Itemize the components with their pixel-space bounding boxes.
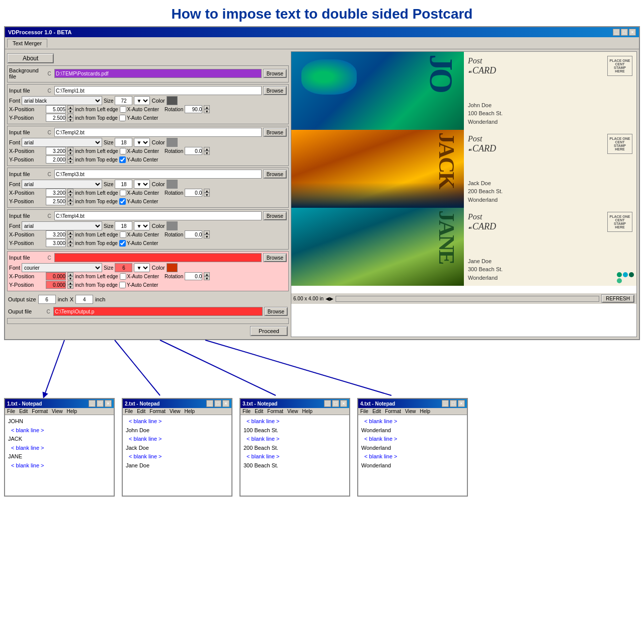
x-spin-up-3[interactable]: ▲ <box>67 189 73 193</box>
input-file-3-input[interactable] <box>54 170 262 179</box>
y-auto-checkbox-4[interactable]: Y-Auto Center <box>119 240 158 247</box>
font-select-3[interactable]: arial <box>22 180 102 189</box>
notepad-4-view[interactable]: View <box>405 409 416 414</box>
size-dropdown-4[interactable]: ▼ <box>134 221 150 230</box>
rot-spin-up-5[interactable]: ▲ <box>204 272 210 276</box>
output-width-input[interactable] <box>38 295 56 304</box>
notepad-4-min[interactable]: _ <box>442 400 449 407</box>
x-pos-input-1[interactable] <box>46 105 66 113</box>
notepad-4-help[interactable]: Help <box>420 409 431 414</box>
y-spin-up-2[interactable]: ▲ <box>67 155 73 159</box>
rotation-input-3[interactable] <box>185 189 202 197</box>
y-auto-checkbox-3[interactable]: Y-Auto Center <box>119 198 158 205</box>
color-box-5[interactable] <box>167 263 178 272</box>
input-file-5-input[interactable] <box>54 253 262 262</box>
output-file-input[interactable] <box>53 307 263 316</box>
rot-spin-down-2[interactable]: ▼ <box>204 151 210 155</box>
color-box-2[interactable] <box>167 138 178 147</box>
x-spin-down-5[interactable]: ▼ <box>67 276 73 280</box>
notepad-3-max[interactable]: □ <box>332 400 339 407</box>
preview-scroll[interactable]: JO Post ☙CARD PLACE ONE CENT STAMP HERE … <box>291 52 636 293</box>
notepad-2-close[interactable]: × <box>222 400 229 407</box>
y-pos-input-4[interactable] <box>46 239 66 247</box>
color-box-4[interactable] <box>167 221 178 230</box>
y-spin-down-3[interactable]: ▼ <box>67 201 73 205</box>
rot-spin-up-2[interactable]: ▲ <box>204 147 210 151</box>
maximize-button[interactable]: □ <box>621 29 628 36</box>
x-auto-checkbox-5[interactable]: X-Auto Center <box>120 273 159 280</box>
x-pos-input-5[interactable] <box>46 272 66 280</box>
x-pos-input-3[interactable] <box>46 189 66 197</box>
output-file-browse[interactable]: Browse <box>264 307 288 316</box>
notepad-1-max[interactable]: □ <box>97 400 104 407</box>
x-auto-checkbox-3[interactable]: X-Auto Center <box>120 190 159 196</box>
close-button[interactable]: × <box>629 29 636 36</box>
notepad-4-max[interactable]: □ <box>450 400 457 407</box>
y-pos-input-2[interactable] <box>46 155 66 164</box>
color-box-3[interactable] <box>167 180 178 189</box>
rotation-input-5[interactable] <box>185 272 202 280</box>
notepad-2-edit[interactable]: Edit <box>137 409 145 414</box>
notepad-2-help[interactable]: Help <box>185 409 195 414</box>
notepad-4-close[interactable]: × <box>458 400 465 407</box>
notepad-2-format[interactable]: Format <box>149 409 166 414</box>
x-spin-up-1[interactable]: ▲ <box>67 105 73 109</box>
notepad-2-file[interactable]: File <box>125 409 133 414</box>
notepad-3-help[interactable]: Help <box>302 409 313 414</box>
notepad-1-format[interactable]: Format <box>32 409 48 414</box>
y-auto-checkbox-2[interactable]: Y-Auto Center <box>119 156 158 163</box>
input-file-4-browse[interactable]: Browse <box>263 211 287 220</box>
output-height-input[interactable] <box>75 295 93 304</box>
x-auto-checkbox-4[interactable]: X-Auto Center <box>120 231 159 238</box>
size-dropdown-2[interactable]: ▼ <box>134 138 150 147</box>
input-file-2-input[interactable] <box>54 128 262 137</box>
color-box-1[interactable] <box>167 96 178 105</box>
notepad-1-view[interactable]: View <box>52 409 63 414</box>
y-auto-checkbox-1[interactable]: Y-Auto Center <box>119 115 158 121</box>
y-pos-input-3[interactable] <box>46 197 66 205</box>
x-spin-up-2[interactable]: ▲ <box>67 147 73 151</box>
input-file-4-input[interactable] <box>54 211 262 220</box>
x-spin-down-2[interactable]: ▼ <box>67 151 73 155</box>
x-auto-checkbox-2[interactable]: X-Auto Center <box>120 148 159 154</box>
notepad-2-min[interactable]: _ <box>206 400 213 407</box>
notepad-3-view[interactable]: View <box>287 409 298 414</box>
x-spin-down-1[interactable]: ▼ <box>67 109 73 113</box>
notepad-4-file[interactable]: File <box>360 409 368 414</box>
rot-spin-up-4[interactable]: ▲ <box>204 230 210 234</box>
rotation-input-4[interactable] <box>185 230 202 238</box>
y-pos-input-5[interactable] <box>46 281 66 289</box>
input-file-5-browse[interactable]: Browse <box>263 253 287 262</box>
font-select-2[interactable]: arial <box>22 138 102 147</box>
x-pos-input-2[interactable] <box>46 147 66 155</box>
refresh-button[interactable]: REFRESH <box>601 294 634 303</box>
notepad-3-close[interactable]: × <box>340 400 347 407</box>
font-select-4[interactable]: arial <box>22 221 102 230</box>
y-spin-up-5[interactable]: ▲ <box>67 281 73 285</box>
x-auto-checkbox-1[interactable]: X-Auto Center <box>120 106 159 113</box>
size-input-2[interactable] <box>115 138 132 147</box>
y-spin-up-4[interactable]: ▲ <box>67 239 73 243</box>
background-file-input[interactable] <box>54 69 262 78</box>
y-spin-up-3[interactable]: ▲ <box>67 197 73 201</box>
notepad-4-edit[interactable]: Edit <box>372 409 381 414</box>
font-select-1[interactable]: arial black <box>22 96 102 105</box>
x-spin-up-5[interactable]: ▲ <box>67 272 73 276</box>
x-spin-up-4[interactable]: ▲ <box>67 230 73 234</box>
input-file-1-browse[interactable]: Browse <box>263 86 287 95</box>
notepad-3-edit[interactable]: Edit <box>255 409 263 414</box>
size-input-1[interactable] <box>115 96 132 105</box>
size-input-4[interactable] <box>115 221 132 230</box>
y-spin-down-1[interactable]: ▼ <box>67 118 73 122</box>
x-spin-down-3[interactable]: ▼ <box>67 193 73 197</box>
notepad-1-file[interactable]: File <box>7 409 15 414</box>
notepad-2-view[interactable]: View <box>170 409 181 414</box>
notepad-4-format[interactable]: Format <box>385 409 401 414</box>
rotation-input-1[interactable] <box>185 105 202 113</box>
size-input-5[interactable] <box>115 263 132 272</box>
font-select-5[interactable]: courier <box>22 263 102 272</box>
y-spin-down-5[interactable]: ▼ <box>67 285 73 289</box>
horizontal-scrollbar[interactable] <box>336 296 599 302</box>
rot-spin-down-5[interactable]: ▼ <box>204 276 210 280</box>
notepad-1-help[interactable]: Help <box>67 409 77 414</box>
